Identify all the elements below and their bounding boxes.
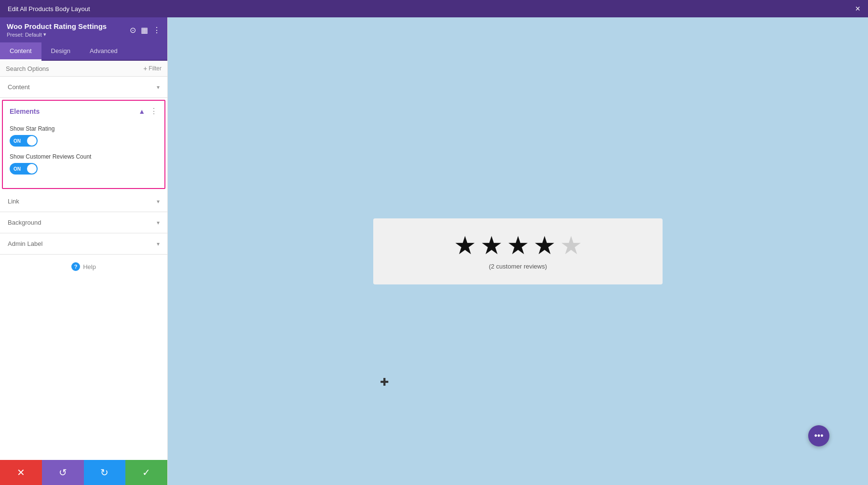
search-input[interactable] — [6, 65, 139, 72]
show-reviews-count-row: Show Customer Reviews Count ON — [10, 153, 158, 175]
close-window-button[interactable]: × — [855, 4, 860, 14]
module-header: Woo Product Rating Settings Preset: Defa… — [0, 17, 167, 42]
close-button[interactable]: ✕ — [0, 460, 42, 485]
fab-button[interactable]: ••• — [808, 425, 829, 446]
tab-design[interactable]: Design — [41, 42, 80, 61]
admin-label-section: Admin Label ▾ — [0, 233, 167, 255]
stars-row: ★ ★ ★ ★ ★ — [454, 233, 583, 258]
sidebar-content: Content ▾ Elements ▲ ⋮ Show Star Rating — [0, 77, 167, 460]
canvas: ★ ★ ★ ★ ★ (2 customer reviews) ✚ ••• — [168, 17, 868, 485]
star-3: ★ — [507, 233, 529, 258]
tab-content[interactable]: Content — [0, 42, 41, 61]
module-title: Woo Product Rating Settings — [7, 22, 107, 30]
help-area[interactable]: ? Help — [0, 255, 167, 279]
grid-icon[interactable]: ▦ — [141, 26, 148, 35]
background-chevron-icon: ▾ — [157, 219, 160, 226]
more-options-icon[interactable]: ⋮ — [153, 26, 161, 35]
content-section-header[interactable]: Content ▾ — [0, 77, 167, 97]
show-star-rating-row: Show Star Rating ON — [10, 125, 158, 147]
filter-button[interactable]: Filter — [143, 65, 162, 72]
reviews-count-toggle-on-label: ON — [14, 166, 21, 172]
main-layout: Woo Product Rating Settings Preset: Defa… — [0, 17, 868, 485]
star-rating-toggle-on-label: ON — [14, 138, 21, 144]
show-star-rating-label: Show Star Rating — [10, 125, 158, 132]
star-5: ★ — [560, 233, 583, 258]
link-section: Link ▾ — [0, 191, 167, 212]
elements-section-header[interactable]: Elements ▲ ⋮ — [3, 101, 164, 121]
module-icons: ⊙ ▦ ⋮ — [130, 26, 161, 35]
module-preset[interactable]: Preset: Default ▾ — [7, 31, 107, 38]
elements-section-title: Elements — [10, 108, 40, 115]
star-rating-toggle-knob — [27, 136, 37, 146]
elements-header-icons: ▲ ⋮ — [138, 107, 158, 116]
top-bar: Edit All Products Body Layout × — [0, 0, 868, 17]
module-info: Woo Product Rating Settings Preset: Defa… — [7, 22, 107, 38]
help-icon: ? — [71, 262, 80, 271]
content-chevron-icon: ▾ — [157, 84, 160, 91]
save-button[interactable]: ✓ — [125, 460, 167, 485]
admin-label-section-title: Admin Label — [8, 240, 42, 247]
undo-button[interactable]: ↺ — [42, 460, 84, 485]
show-star-rating-toggle[interactable]: ON — [10, 135, 38, 147]
content-section: Content ▾ — [0, 77, 167, 98]
link-section-header[interactable]: Link ▾ — [0, 191, 167, 212]
background-section-header[interactable]: Background ▾ — [0, 212, 167, 233]
star-2: ★ — [480, 233, 503, 258]
link-section-title: Link — [8, 198, 19, 205]
elements-section: Elements ▲ ⋮ Show Star Rating ON — [2, 100, 165, 189]
search-bar: Filter — [0, 61, 167, 77]
star-4: ★ — [533, 233, 556, 258]
sidebar: Woo Product Rating Settings Preset: Defa… — [0, 17, 168, 485]
bottom-toolbar: ✕ ↺ ↻ ✓ — [0, 460, 167, 485]
add-element-cursor[interactable]: ✚ — [380, 376, 389, 389]
background-section: Background ▾ — [0, 212, 167, 233]
help-label: Help — [83, 263, 96, 270]
show-reviews-count-label: Show Customer Reviews Count — [10, 153, 158, 160]
elements-body: Show Star Rating ON Show Customer Review… — [3, 121, 164, 188]
top-bar-title: Edit All Products Body Layout — [8, 5, 90, 13]
tab-advanced[interactable]: Advanced — [80, 42, 127, 61]
star-1: ★ — [454, 233, 476, 258]
admin-label-section-header[interactable]: Admin Label ▾ — [0, 233, 167, 254]
elements-more-icon[interactable]: ⋮ — [150, 107, 158, 116]
admin-label-chevron-icon: ▾ — [157, 241, 160, 247]
reviews-count-toggle-knob — [27, 164, 37, 174]
content-section-title: Content — [8, 83, 30, 91]
tabs-bar: Content Design Advanced — [0, 42, 167, 61]
link-chevron-icon: ▾ — [157, 198, 160, 205]
show-reviews-count-toggle[interactable]: ON — [10, 163, 38, 175]
rating-widget: ★ ★ ★ ★ ★ (2 customer reviews) — [373, 218, 663, 284]
elements-chevron-up-icon: ▲ — [138, 108, 145, 115]
review-count: (2 customer reviews) — [489, 263, 547, 270]
redo-button[interactable]: ↻ — [84, 460, 126, 485]
background-section-title: Background — [8, 219, 41, 226]
settings-icon[interactable]: ⊙ — [130, 26, 136, 35]
